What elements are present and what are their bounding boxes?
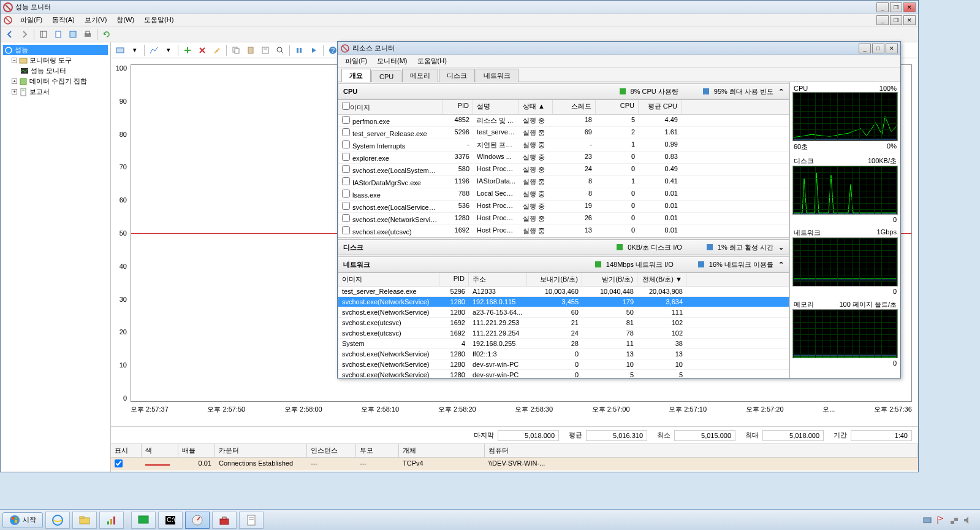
cpu-select-all-checkbox[interactable] bbox=[342, 102, 350, 110]
table-row[interactable]: System Interrupts-지연된 프로...실행 중-10.99 bbox=[338, 139, 789, 152]
copy-button[interactable] bbox=[229, 44, 243, 57]
legend-col-show[interactable]: 표시 bbox=[111, 444, 142, 457]
menu-view[interactable]: 보기(V) bbox=[80, 14, 112, 26]
table-row[interactable]: lsass.exe788Local Securi...실행 중800.01 bbox=[338, 188, 789, 201]
tree-monitoring-tools[interactable]: − 모니터링 도구 bbox=[3, 55, 108, 66]
legend-col-computer[interactable]: 컴퓨터 bbox=[485, 444, 918, 457]
highlight-button[interactable] bbox=[210, 44, 224, 57]
table-row[interactable]: svchost.exe(NetworkService)1280dev-svr-w… bbox=[338, 370, 789, 378]
view-graph-button[interactable] bbox=[147, 44, 161, 57]
legend-col-counter[interactable]: 카운터 bbox=[215, 444, 307, 457]
tree-reports[interactable]: + 보고서 bbox=[3, 86, 108, 97]
row-checkbox[interactable] bbox=[342, 116, 350, 124]
view-log-button[interactable]: ▾ bbox=[128, 44, 142, 57]
table-row[interactable]: test_server_Release.exe5296A1203310,003,… bbox=[338, 286, 789, 297]
tab-cpu[interactable]: CPU bbox=[371, 71, 401, 82]
table-row[interactable]: svchost.exe(utcsvc)1692Host Proce...실행 중… bbox=[338, 225, 789, 237]
tree-collapse-icon[interactable]: − bbox=[12, 58, 17, 63]
table-row[interactable]: explorer.exe3376Windows ...실행 중2300.83 bbox=[338, 152, 789, 164]
start-button[interactable]: 시작 bbox=[2, 512, 43, 528]
freeze-button[interactable] bbox=[292, 44, 306, 57]
tree-expand-icon[interactable]: + bbox=[12, 89, 17, 94]
row-checkbox[interactable] bbox=[342, 140, 350, 148]
table-row[interactable]: svchost.exe(NetworkService)1280Host Proc… bbox=[338, 213, 789, 225]
chevron-up-icon[interactable]: ⌃ bbox=[778, 88, 784, 96]
network-section-header[interactable]: 네트워크 148Mbps 네트워크 I/O 16% 네트워크 이용률 ⌃ bbox=[338, 256, 789, 272]
delete-counter-button[interactable] bbox=[196, 44, 209, 57]
cpu-section-header[interactable]: CPU 8% CPU 사용량 95% 최대 사용 빈도 ⌃ bbox=[338, 83, 789, 99]
row-checkbox[interactable] bbox=[342, 153, 350, 161]
mdi-close-button[interactable]: ✕ bbox=[903, 15, 916, 25]
tab-memory[interactable]: 메모리 bbox=[402, 69, 438, 82]
refresh-button[interactable] bbox=[100, 28, 113, 41]
table-row[interactable]: svchost.exe(NetworkService)1280ff02::1:3… bbox=[338, 349, 789, 359]
row-checkbox[interactable] bbox=[342, 226, 350, 234]
task-toolbox[interactable] bbox=[212, 512, 237, 529]
row-checkbox[interactable] bbox=[342, 190, 350, 198]
resmon-maximize-button[interactable]: □ bbox=[872, 44, 884, 53]
menu-action[interactable]: 동작(A) bbox=[47, 14, 80, 26]
export-button[interactable] bbox=[51, 28, 65, 41]
table-row[interactable]: svchost.exe(utcsvc)1692111.221.29.253218… bbox=[338, 318, 789, 328]
forward-button[interactable] bbox=[18, 28, 31, 41]
network-tray-icon[interactable] bbox=[949, 515, 959, 525]
back-button[interactable] bbox=[3, 28, 17, 41]
legend-col-object[interactable]: 개체 bbox=[399, 444, 485, 457]
mdi-restore-button[interactable]: ❐ bbox=[890, 15, 902, 25]
paste-button[interactable] bbox=[244, 44, 257, 57]
titlebar[interactable]: 성능 모니터 _ ❐ ✕ bbox=[1, 1, 918, 14]
table-row[interactable]: System4192.168.0.255281138 bbox=[338, 339, 789, 349]
tree-root[interactable]: 성능 bbox=[3, 45, 108, 55]
flag-icon[interactable] bbox=[936, 515, 946, 525]
menu-file[interactable]: 파일(F) bbox=[15, 14, 47, 26]
table-row[interactable]: svchost.exe(utcsvc)1692111.221.29.254247… bbox=[338, 328, 789, 339]
table-row[interactable]: perfmon.exe4852리소스 및 ...실행 중1854.49 bbox=[338, 115, 789, 127]
task-explorer[interactable] bbox=[72, 512, 97, 529]
table-row[interactable]: svchost.exe(NetworkService)1280a23-76-15… bbox=[338, 307, 789, 318]
task-cmd[interactable]: C:\ bbox=[158, 512, 183, 529]
tray-icon[interactable] bbox=[922, 515, 932, 525]
tree-data-collector[interactable]: + 데이터 수집기 집합 bbox=[3, 76, 108, 86]
view-histogram-button[interactable]: ▾ bbox=[162, 44, 175, 57]
menu-window[interactable]: 창(W) bbox=[112, 14, 139, 26]
chevron-down-icon[interactable]: ⌄ bbox=[778, 244, 784, 252]
show-hide-button[interactable] bbox=[37, 28, 50, 41]
resmon-menu-monitor[interactable]: 모니터(M) bbox=[372, 55, 412, 67]
disk-section-header[interactable]: 디스크 0KB/초 디스크 I/O 1% 최고 활성 시간 ⌄ bbox=[338, 239, 789, 255]
row-checkbox[interactable] bbox=[342, 128, 350, 136]
legend-show-checkbox[interactable] bbox=[115, 459, 123, 467]
task-app1[interactable] bbox=[131, 512, 156, 529]
menu-help[interactable]: 도움말(H) bbox=[139, 14, 178, 26]
table-row[interactable]: IAStorDataMgrSvc.exe1196IAStorData...실행 … bbox=[338, 176, 789, 188]
legend-col-parent[interactable]: 부모 bbox=[356, 444, 399, 457]
properties-button[interactable] bbox=[66, 28, 80, 41]
task-ie[interactable] bbox=[45, 512, 70, 529]
update-button[interactable] bbox=[307, 44, 321, 57]
tab-overview[interactable]: 개요 bbox=[341, 69, 371, 82]
task-resmon[interactable] bbox=[185, 512, 210, 529]
close-button[interactable]: ✕ bbox=[903, 2, 916, 12]
table-row[interactable]: svchost.exe(NetworkService)1280dev-svr-w… bbox=[338, 359, 789, 370]
task-perfmon[interactable] bbox=[99, 512, 124, 529]
legend-row[interactable]: 0.01 Connections Established --- --- TCP… bbox=[111, 458, 918, 470]
resmon-titlebar[interactable]: 리소스 모니터 _ □ ✕ bbox=[338, 42, 900, 55]
resmon-menu-file[interactable]: 파일(F) bbox=[340, 55, 372, 67]
row-checkbox[interactable] bbox=[342, 165, 350, 173]
tab-disk[interactable]: 디스크 bbox=[439, 69, 475, 82]
volume-icon[interactable] bbox=[963, 515, 973, 525]
tab-network[interactable]: 네트워크 bbox=[476, 69, 518, 82]
table-row[interactable]: svchost.exe(LocalServiceNetw...536Host P… bbox=[338, 201, 789, 213]
chevron-up-icon[interactable]: ⌃ bbox=[778, 261, 784, 269]
legend-col-scale[interactable]: 배율 bbox=[178, 444, 215, 457]
legend-col-instance[interactable]: 인스턴스 bbox=[307, 444, 356, 457]
minimize-button[interactable]: _ bbox=[876, 2, 889, 12]
legend-col-color[interactable]: 색 bbox=[142, 444, 178, 457]
resmon-minimize-button[interactable]: _ bbox=[859, 44, 871, 53]
tree-perfmon[interactable]: 성능 모니터 bbox=[3, 66, 108, 76]
table-row[interactable]: test_server_Release.exe5296test_server_.… bbox=[338, 127, 789, 139]
row-checkbox[interactable] bbox=[342, 202, 350, 210]
table-row[interactable]: svchost.exe(NetworkService)1280192.168.0… bbox=[338, 297, 789, 307]
resmon-menu-help[interactable]: 도움말(H) bbox=[412, 55, 452, 67]
table-row[interactable]: svchost.exe(LocalSystemNetw...580Host Pr… bbox=[338, 164, 789, 176]
view-current-button[interactable] bbox=[113, 44, 127, 57]
